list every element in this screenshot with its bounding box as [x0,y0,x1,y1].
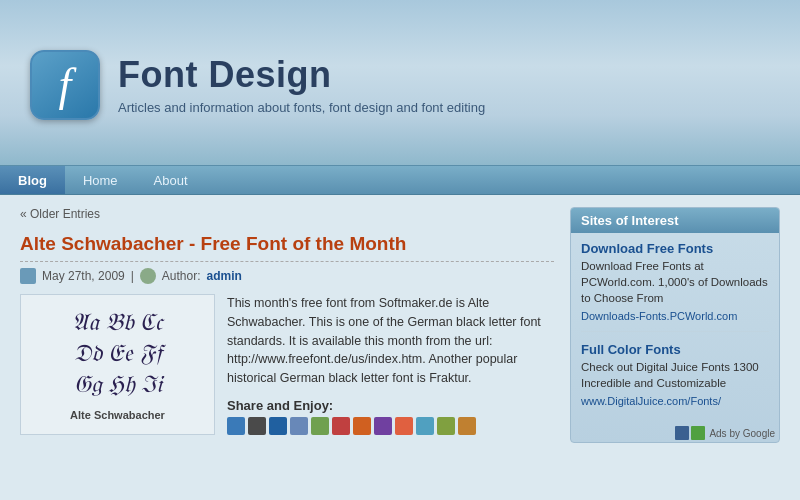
font-image-box: 𝔄𝔞 𝔅𝔟 ℭ𝔠𝔇𝔡 𝔈𝔢 𝔉𝔣𝔊𝔤 ℌ𝔥 ℑ𝔦 Alte Schwabache… [20,294,215,435]
sidebar-content: Download Free Fonts Download Free Fonts … [571,233,779,424]
meta-separator: | [131,269,134,283]
sidebar-entry-2: Full Color Fonts Check out Digital Juice… [581,342,769,416]
ads-badges [675,426,705,440]
font-preview: 𝔄𝔞 𝔅𝔟 ℭ𝔠𝔇𝔡 𝔈𝔢 𝔉𝔣𝔊𝔤 ℌ𝔥 ℑ𝔦 [25,303,210,405]
share-icon-fb[interactable] [269,417,287,435]
nav-home[interactable]: Home [65,166,136,194]
nav-bar: Blog Home About [0,165,800,195]
post-body: 𝔄𝔞 𝔅𝔟 ℭ𝔠𝔇𝔡 𝔈𝔢 𝔉𝔣𝔊𝔤 ℌ𝔥 ℑ𝔦 Alte Schwabache… [20,294,554,435]
nav-blog[interactable]: Blog [0,166,65,194]
logo-letter: f [59,62,72,108]
font-preview-label: Alte Schwabacher [25,409,210,421]
header: f Font Design Articles and information a… [0,0,800,165]
sidebar-section: Sites of Interest Download Free Fonts Do… [570,207,780,443]
logo-icon: f [30,50,100,120]
header-text: Font Design Articles and information abo… [118,54,485,115]
sidebar-desc-1: Download Free Fonts at PCWorld.com. 1,00… [581,258,769,306]
ads-footer: Ads by Google [571,424,779,442]
sidebar-url-1[interactable]: Downloads-Fonts.PCWorld.com [581,310,737,322]
post-body-text: This month's free font from Softmaker.de… [227,294,554,388]
content-area: « Older Entries Alte Schwabacher - Free … [0,195,800,463]
site-subtitle: Articles and information about fonts, fo… [118,100,485,115]
author-icon [140,268,156,284]
share-icon-del[interactable] [227,417,245,435]
main-content: « Older Entries Alte Schwabacher - Free … [20,207,554,453]
share-icon-digg[interactable] [248,417,266,435]
author-link[interactable]: admin [207,269,242,283]
sidebar: Sites of Interest Download Free Fonts Do… [570,207,780,453]
sidebar-url-2[interactable]: www.DigitalJuice.com/Fonts/ [581,395,721,407]
share-icon-mi[interactable] [374,417,392,435]
share-label: Share and Enjoy: [227,398,554,413]
ads-badge-1 [675,426,689,440]
sidebar-entry-1: Download Free Fonts Download Free Fonts … [581,241,769,332]
sidebar-desc-2: Check out Digital Juice Fonts 1300 Incre… [581,359,769,391]
share-icon-techno[interactable] [437,417,455,435]
share-icon-yahoo[interactable] [458,417,476,435]
calendar-icon [20,268,36,284]
site-title: Font Design [118,54,485,96]
author-label: Author: [162,269,201,283]
sidebar-title: Sites of Interest [571,208,779,233]
share-icon-buzz[interactable] [290,417,308,435]
share-icons [227,417,554,435]
share-section: Share and Enjoy: [227,398,554,435]
post-title: Alte Schwabacher - Free Font of the Mont… [20,233,554,262]
nav-about[interactable]: About [136,166,206,194]
share-icon-tw[interactable] [416,417,434,435]
sidebar-link-download-fonts[interactable]: Download Free Fonts [581,241,769,256]
sidebar-link-full-color-fonts[interactable]: Full Color Fonts [581,342,769,357]
post-text-area: This month's free font from Softmaker.de… [227,294,554,435]
post-meta: May 27th, 2009 | Author: admin [20,268,554,284]
post-date: May 27th, 2009 [42,269,125,283]
share-icon-stumble[interactable] [395,417,413,435]
ads-label: Ads by Google [709,428,775,439]
share-icon-su[interactable] [353,417,371,435]
ads-badge-2 [691,426,705,440]
share-icon-wp[interactable] [311,417,329,435]
older-entries-link[interactable]: « Older Entries [20,207,100,221]
older-entries: « Older Entries [20,207,554,221]
share-icon-rd[interactable] [332,417,350,435]
